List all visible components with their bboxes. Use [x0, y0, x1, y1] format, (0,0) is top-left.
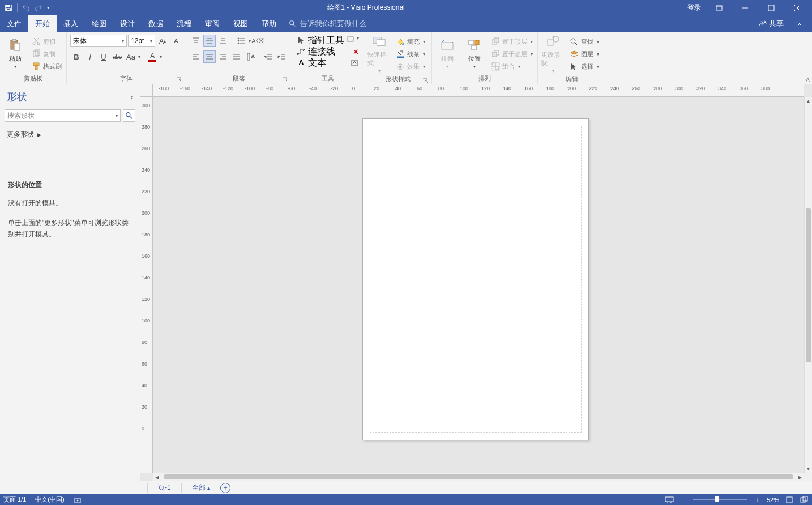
close-pane-button[interactable]	[790, 20, 809, 27]
clear-format-button[interactable]: A⌫	[252, 35, 264, 47]
align-middle-button[interactable]	[203, 35, 216, 47]
align-right-button[interactable]	[217, 50, 229, 63]
strikethrough-button[interactable]: abc	[111, 50, 123, 63]
drawing-canvas[interactable]	[153, 97, 804, 473]
scroll-left-icon[interactable]: ◀	[153, 473, 161, 481]
presentation-mode-icon[interactable]	[665, 496, 674, 504]
rotate-text-icon[interactable]	[350, 58, 359, 67]
page-tab-all[interactable]: 全部▴	[192, 483, 210, 493]
cut-button[interactable]: 剪切	[31, 36, 63, 47]
text-tool-button[interactable]: A 文本	[296, 57, 360, 69]
add-page-button[interactable]: ＋	[220, 483, 230, 493]
align-center-button[interactable]	[203, 50, 216, 63]
tab-data[interactable]: 数据	[142, 15, 170, 32]
shape-search-input[interactable]: 搜索形状 ▾	[5, 109, 121, 122]
scroll-thumb-v[interactable]	[806, 208, 811, 362]
vertical-scrollbar[interactable]: ▲ ▼	[804, 97, 812, 473]
login-link[interactable]: 登录	[683, 3, 706, 12]
close-button[interactable]	[785, 0, 810, 15]
tab-file[interactable]: 文件	[0, 15, 28, 32]
font-dialog-launcher-icon[interactable]	[177, 77, 182, 83]
page-tab-1[interactable]: 页-1	[158, 483, 171, 493]
arrange-button[interactable]: 排列 ▾	[435, 39, 459, 69]
scroll-right-icon[interactable]: ▶	[796, 473, 804, 481]
maximize-button[interactable]	[759, 0, 784, 15]
collapse-ribbon-icon[interactable]: ᐱ	[806, 77, 810, 83]
find-button[interactable]: 查找▾	[569, 36, 600, 48]
text-direction-button[interactable]: A	[244, 50, 257, 63]
fit-page-icon[interactable]	[785, 496, 794, 504]
group-button[interactable]: 组合▾	[490, 61, 534, 72]
styles-dialog-launcher-icon[interactable]	[422, 78, 428, 83]
format-painter-button[interactable]: 格式刷	[31, 61, 63, 72]
decrease-indent-button[interactable]	[262, 50, 275, 63]
scroll-up-icon[interactable]: ▲	[805, 97, 812, 105]
tab-design[interactable]: 设计	[113, 15, 142, 32]
macro-recorder-icon[interactable]	[74, 496, 82, 504]
zoom-percent[interactable]: 52%	[767, 496, 779, 503]
select-button[interactable]: 选择▾	[569, 61, 600, 73]
vertical-ruler[interactable]: 3002802602402202001801601401201008060402…	[140, 97, 153, 473]
connector-tool-button[interactable]: 连接线 ✕	[296, 46, 360, 57]
zoom-slider[interactable]	[693, 499, 747, 500]
change-case-button[interactable]: Aa	[125, 50, 137, 63]
align-left-button[interactable]	[190, 50, 202, 63]
zoom-thumb[interactable]	[715, 496, 719, 502]
paragraph-dialog-launcher-icon[interactable]	[283, 77, 288, 83]
tab-help[interactable]: 帮助	[255, 15, 283, 32]
redo-icon[interactable]	[35, 4, 42, 12]
justify-button[interactable]	[230, 50, 243, 63]
language-indicator[interactable]: 中文(中国)	[35, 495, 64, 504]
shrink-font-button[interactable]: A	[170, 35, 182, 47]
layer-button[interactable]: 图层▾	[569, 49, 600, 60]
switch-windows-icon[interactable]	[800, 496, 809, 504]
paste-button[interactable]: 粘贴 ▾	[3, 39, 27, 69]
ribbon-display-options-icon[interactable]	[707, 0, 732, 15]
horizontal-scrollbar[interactable]: ◀ ▶	[153, 473, 804, 481]
quick-styles-button[interactable]: 快速样式 ▾	[367, 35, 391, 74]
zoom-in-button[interactable]: +	[753, 496, 761, 503]
tab-view[interactable]: 视图	[226, 15, 255, 32]
fill-button[interactable]: 填充▾	[395, 36, 426, 48]
scroll-down-icon[interactable]: ▼	[805, 465, 812, 473]
tab-draw[interactable]: 绘图	[85, 15, 113, 32]
undo-icon[interactable]	[22, 4, 30, 12]
bold-button[interactable]: B	[70, 50, 83, 63]
tab-process[interactable]: 流程	[170, 15, 198, 32]
position-button[interactable]: 位置 ▾	[463, 39, 486, 69]
italic-button[interactable]: I	[84, 50, 96, 63]
pointer-tool-button[interactable]: 指针工具 ▾	[296, 35, 360, 46]
send-back-button[interactable]: 置于底层▾	[490, 48, 534, 60]
align-top-button[interactable]	[190, 35, 202, 47]
underline-button[interactable]: U	[97, 50, 110, 63]
page-indicator[interactable]: 页面 1/1	[3, 495, 26, 504]
tab-home[interactable]: 开始	[28, 15, 57, 32]
align-bottom-button[interactable]	[217, 35, 229, 47]
effect-button[interactable]: 效果▾	[395, 61, 426, 73]
save-icon[interactable]	[5, 4, 12, 12]
scroll-thumb-h[interactable]	[164, 474, 793, 479]
bullets-button[interactable]	[235, 35, 247, 47]
svg-rect-3	[716, 6, 722, 10]
more-shapes-menu[interactable]: 更多形状 ▶	[0, 124, 140, 145]
tab-insert[interactable]: 插入	[57, 15, 85, 32]
line-button[interactable]: 线条▾	[395, 49, 426, 60]
collapse-pane-icon[interactable]: ‹	[130, 92, 133, 101]
font-name-combo[interactable]: 宋体▾	[70, 35, 127, 47]
zoom-out-button[interactable]: −	[679, 496, 687, 503]
delete-connector-icon[interactable]: ✕	[353, 48, 359, 56]
grow-font-button[interactable]: A▴	[156, 35, 169, 47]
minimize-button[interactable]	[733, 0, 758, 15]
bring-front-button[interactable]: 置于顶层▾	[490, 36, 534, 47]
share-button[interactable]: 共享	[759, 19, 784, 29]
page[interactable]	[362, 118, 589, 440]
shape-search-button[interactable]	[123, 109, 135, 122]
increase-indent-button[interactable]	[276, 50, 288, 63]
tell-me-search[interactable]: 告诉我你想要做什么	[289, 15, 366, 32]
change-shape-button[interactable]: 更改形状 ▾	[541, 35, 565, 74]
font-color-button[interactable]: A	[146, 50, 159, 63]
copy-button[interactable]: 复制	[31, 48, 63, 60]
font-size-combo[interactable]: 12pt▾	[128, 35, 155, 47]
tab-review[interactable]: 审阅	[198, 15, 226, 32]
horizontal-ruler[interactable]: -180-160-140-120-100-80-60-40-2002040608…	[153, 84, 804, 97]
